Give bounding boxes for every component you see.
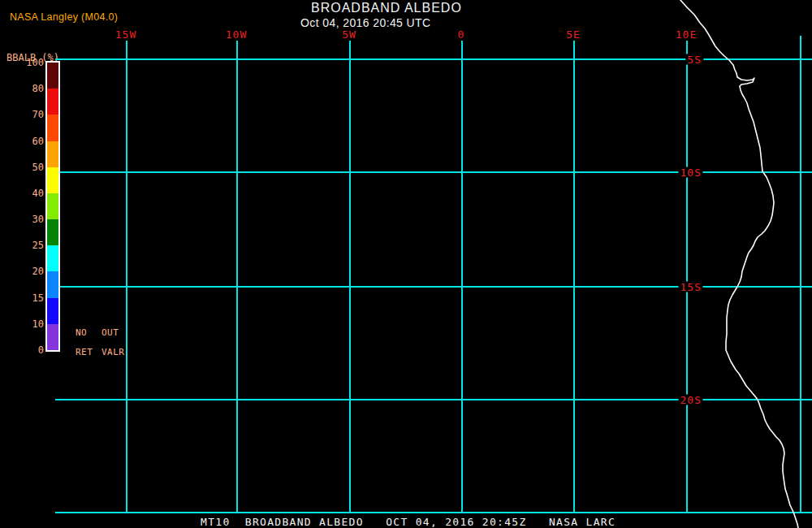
coastline-map (0, 0, 812, 528)
latitude-label: 20S (679, 395, 703, 405)
latitude-label: 10S (679, 167, 703, 178)
longitude-label: 5W (342, 29, 356, 40)
satellite-product-screen: NASA Langley (M04.0) BROADBAND ALBEDO Oc… (0, 0, 812, 528)
longitude-label: 10W (226, 29, 247, 40)
longitude-label: 10E (676, 29, 697, 40)
longitude-label: 5E (566, 29, 581, 40)
latitude-label: 5S (685, 54, 703, 65)
africa-west-coastline (680, 0, 798, 528)
longitude-label: 0 (458, 29, 465, 40)
latitude-label: 15S (679, 282, 703, 292)
longitude-label: 15W (115, 29, 136, 40)
